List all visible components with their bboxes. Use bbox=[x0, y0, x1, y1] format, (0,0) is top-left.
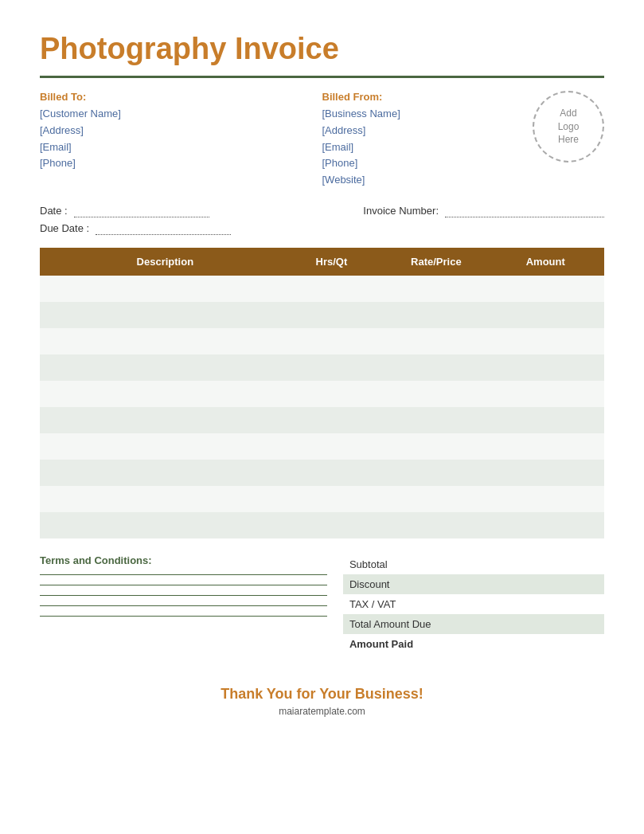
customer-name: [Customer Name] bbox=[40, 106, 322, 123]
subtotal-label: Subtotal bbox=[349, 558, 534, 570]
footer-section: Thank You for Your Business! maiaratempl… bbox=[40, 686, 604, 717]
table-row bbox=[40, 381, 604, 407]
header-rate-price: Rate/Price bbox=[379, 256, 493, 268]
table-row bbox=[40, 354, 604, 381]
logo-placeholder: AddLogoHere bbox=[533, 91, 604, 162]
tax-label: TAX / VAT bbox=[349, 598, 534, 610]
table-row bbox=[40, 328, 604, 354]
terms-line-3 bbox=[40, 595, 327, 596]
page-title: Photography Invoice bbox=[40, 32, 604, 66]
subtotal-row: Subtotal bbox=[343, 554, 604, 574]
header-amount: Amount bbox=[494, 256, 598, 268]
terms-line-2 bbox=[40, 585, 327, 585]
invoice-number-label: Invoice Number: bbox=[363, 205, 439, 217]
billed-from-label: Billed From: bbox=[322, 91, 517, 103]
total-row: Total Amount Due bbox=[343, 614, 604, 634]
due-date-value[interactable] bbox=[96, 222, 231, 235]
totals-section: Subtotal Discount TAX / VAT Total Amount… bbox=[343, 554, 604, 654]
business-name: [Business Name] bbox=[322, 106, 517, 123]
billed-from-section: Billed From: [Business Name] [Address] [… bbox=[322, 91, 605, 189]
table-row bbox=[40, 407, 604, 433]
table-row bbox=[40, 460, 604, 486]
billed-section: Billed To: [Customer Name] [Address] [Em… bbox=[40, 91, 604, 189]
top-divider bbox=[40, 76, 604, 78]
business-address: [Address] bbox=[322, 123, 517, 139]
header-hrs-qt: Hrs/Qt bbox=[284, 256, 379, 268]
business-phone: [Phone] bbox=[322, 155, 517, 172]
amount-paid-label: Amount Paid bbox=[349, 638, 534, 650]
customer-phone: [Phone] bbox=[40, 155, 322, 172]
header-description: Description bbox=[46, 256, 284, 268]
terms-line-1 bbox=[40, 574, 327, 575]
discount-row: Discount bbox=[343, 574, 604, 594]
table-row bbox=[40, 276, 604, 302]
table-row bbox=[40, 433, 604, 460]
table-row bbox=[40, 486, 604, 512]
invoice-number-value[interactable] bbox=[445, 205, 604, 217]
date-value[interactable] bbox=[74, 205, 209, 217]
tax-row: TAX / VAT bbox=[343, 594, 604, 614]
terms-label: Terms and Conditions: bbox=[40, 554, 327, 566]
business-website: [Website] bbox=[322, 172, 517, 189]
table-row bbox=[40, 302, 604, 328]
table-header: Description Hrs/Qt Rate/Price Amount bbox=[40, 248, 604, 276]
customer-email: [Email] bbox=[40, 139, 322, 156]
website-text: maiaratemplate.com bbox=[40, 706, 604, 717]
discount-label: Discount bbox=[349, 578, 534, 590]
terms-line-4 bbox=[40, 605, 327, 606]
table-row bbox=[40, 512, 604, 538]
billed-to-label: Billed To: bbox=[40, 91, 322, 103]
total-label: Total Amount Due bbox=[349, 618, 534, 630]
thank-you-text: Thank You for Your Business! bbox=[40, 686, 604, 703]
table-body bbox=[40, 276, 604, 538]
terms-section: Terms and Conditions: bbox=[40, 554, 327, 654]
due-date-label: Due Date : bbox=[40, 222, 89, 234]
bottom-section: Terms and Conditions: Subtotal Discount … bbox=[40, 554, 604, 654]
business-email: [Email] bbox=[322, 139, 517, 156]
billed-to-section: Billed To: [Customer Name] [Address] [Em… bbox=[40, 91, 322, 189]
date-label: Date : bbox=[40, 205, 68, 217]
customer-address: [Address] bbox=[40, 123, 322, 139]
date-invoice-row: Date : Invoice Number: bbox=[40, 205, 604, 217]
amount-paid-row: Amount Paid bbox=[343, 634, 604, 654]
terms-line-5 bbox=[40, 616, 327, 617]
